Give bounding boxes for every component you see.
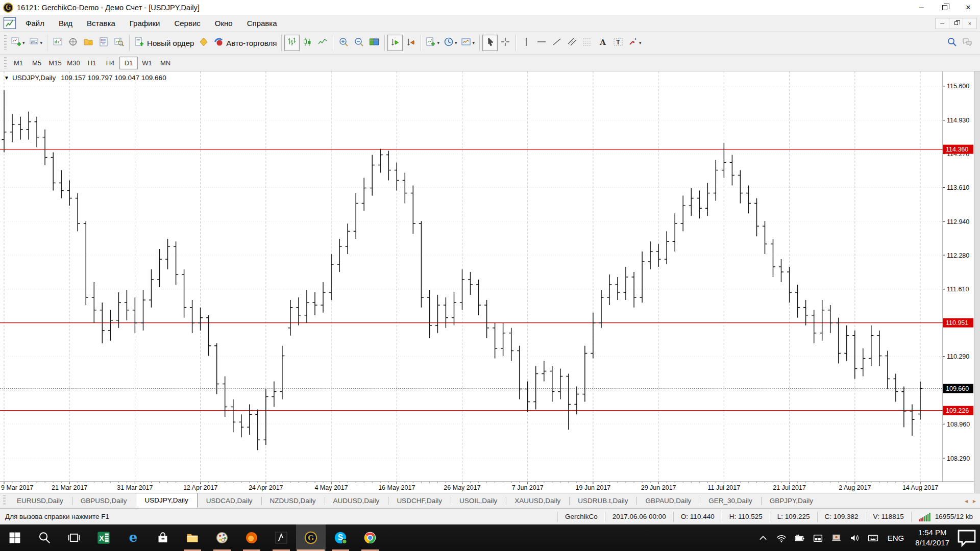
chart-tab-audusd[interactable]: AUDUSD,Daily [325, 494, 388, 508]
candlestick-chart-button[interactable] [300, 35, 315, 51]
taskbar-paint-icon[interactable] [207, 524, 237, 551]
chart-tab-gbpaud[interactable]: GBPAUD,Daily [636, 494, 700, 508]
taskbar-chrome-icon[interactable] [355, 524, 385, 551]
timeframe-m30-button[interactable]: M30 [64, 57, 83, 69]
chart-tab-usdcad[interactable]: USDCAD,Daily [198, 494, 261, 508]
tray-keyboard-icon[interactable] [864, 524, 883, 551]
timeframe-m15-button[interactable]: M15 [46, 57, 64, 69]
horizontal-line-button[interactable] [534, 35, 549, 51]
chevron-down-icon[interactable]: ▾ [455, 40, 457, 45]
timeframe-mn-button[interactable]: MN [156, 57, 175, 69]
taskbar-firefox-icon[interactable] [237, 524, 266, 551]
equidistant-channel-button[interactable] [565, 35, 580, 51]
find-symbol-button[interactable] [944, 35, 960, 51]
restore-button[interactable] [933, 0, 957, 15]
timeframe-m5-button[interactable]: M5 [28, 57, 46, 69]
periods-button[interactable]: ▾ [442, 35, 459, 51]
timeframe-m1-button[interactable]: M1 [9, 57, 28, 69]
chart-tab-nzdusd[interactable]: NZDUSD,Daily [261, 494, 325, 508]
taskbar-video-app-icon[interactable] [266, 524, 296, 551]
menu-item-вставка[interactable]: Вставка [80, 17, 122, 30]
fibonacci-button[interactable] [580, 35, 595, 51]
tray-display-icon[interactable] [809, 524, 827, 551]
cursor-button[interactable] [482, 35, 498, 51]
timeframe-h1-button[interactable]: H1 [83, 57, 101, 69]
taskbar-file-explorer-icon[interactable] [178, 524, 207, 551]
trendline-button[interactable] [549, 35, 565, 51]
vertical-line-button[interactable] [519, 35, 534, 51]
tray-battery-icon[interactable] [791, 524, 809, 551]
terminal-button[interactable] [96, 35, 111, 51]
chart-tab-xauusd[interactable]: XAUUSD,Daily [506, 494, 569, 508]
text-button[interactable]: A [595, 35, 610, 51]
strategy-tester-button[interactable] [111, 35, 127, 51]
taskbar-skype-icon[interactable]: S [326, 524, 355, 551]
tray-laptop-icon[interactable] [827, 524, 846, 551]
line-chart-button[interactable] [315, 35, 330, 51]
profiles-button[interactable]: ▾ [27, 35, 45, 51]
timeframe-d1-button[interactable]: D1 [119, 57, 138, 69]
menu-item-вид[interactable]: Вид [52, 17, 80, 30]
child-minimize-button[interactable]: ─ [935, 18, 949, 29]
autotrading-button[interactable]: Авто-торговля [211, 35, 279, 51]
timeframe-w1-button[interactable]: W1 [138, 57, 156, 69]
tile-windows-button[interactable] [366, 35, 382, 51]
chart-canvas[interactable]: ▼ USDJPY,Daily 109.157 109.797 109.047 1… [0, 71, 974, 493]
taskbar-edge-icon[interactable]: e [118, 524, 148, 551]
metaeditor-button[interactable] [196, 35, 211, 51]
taskbar-gerchikco-icon[interactable]: G [296, 524, 326, 551]
child-close-button[interactable]: × [963, 18, 977, 29]
menu-item-окно[interactable]: Окно [208, 17, 240, 30]
templates-button[interactable]: ▾ [459, 35, 477, 51]
close-button[interactable]: ✕ [957, 0, 980, 15]
menu-item-графики[interactable]: Графики [122, 17, 167, 30]
menu-item-справка[interactable]: Справка [240, 17, 284, 30]
chart-tab-usdjpy[interactable]: USDJPY,Daily [136, 493, 198, 508]
data-window-button[interactable] [65, 35, 81, 51]
symbol-collapse-icon[interactable]: ▼ [4, 75, 9, 81]
chart-tab-gbpusd[interactable]: GBPUSD,Daily [72, 494, 136, 508]
clock[interactable]: 1:54 PM 8/14/2017 [909, 528, 955, 548]
chart-window-icon[interactable] [3, 18, 16, 29]
minimize-button[interactable]: ─ [910, 0, 933, 15]
bar-chart-button[interactable] [284, 35, 300, 51]
chevron-down-icon[interactable]: ▾ [40, 40, 43, 45]
tray-chevron-up-icon[interactable] [754, 524, 772, 551]
child-restore-button[interactable] [949, 18, 963, 29]
market-watch-button[interactable] [50, 35, 65, 51]
action-center-icon[interactable] [955, 524, 978, 551]
chevron-down-icon[interactable]: ▾ [437, 40, 439, 45]
tray-volume-icon[interactable] [846, 524, 864, 551]
new-chart-button[interactable]: ▾ [9, 35, 27, 51]
chart-tab-usdrub.t[interactable]: USDRUB.t,Daily [569, 494, 636, 508]
chart-tab-ger_30[interactable]: GER_30,Daily [700, 494, 761, 508]
chevron-down-icon[interactable]: ▾ [22, 40, 25, 45]
chart-tab-usdchf[interactable]: USDCHF,Daily [388, 494, 451, 508]
tab-scroll-left-icon[interactable]: ◂ [965, 497, 968, 505]
chat-button[interactable] [960, 35, 975, 51]
new-order-button[interactable]: Новый ордер [132, 35, 196, 51]
chart-tab-usoil[interactable]: USOIL,Daily [451, 494, 506, 508]
timeframe-h4-button[interactable]: H4 [101, 57, 119, 69]
chart-shift-button[interactable] [403, 35, 418, 51]
price-chart[interactable]: 9 Mar 201721 Mar 201731 Mar 201712 Apr 2… [0, 71, 974, 493]
taskbar-excel-icon[interactable]: X [89, 524, 118, 551]
chevron-down-icon[interactable]: ▾ [639, 40, 642, 45]
crosshair-button[interactable] [498, 35, 513, 51]
taskbar-store-icon[interactable] [148, 524, 178, 551]
language-indicator[interactable]: ENG [883, 534, 910, 542]
arrows-button[interactable]: ▾ [626, 35, 644, 51]
auto-scroll-button[interactable] [387, 35, 403, 51]
navigator-button[interactable] [81, 35, 96, 51]
menu-item-файл[interactable]: Файл [18, 17, 52, 30]
text-label-button[interactable]: T [610, 35, 626, 51]
tray-wifi-icon[interactable] [772, 524, 791, 551]
tab-scroll-right-icon[interactable]: ▸ [973, 497, 976, 505]
chart-tab-gbpjpy[interactable]: GBPJPY,Daily [761, 494, 822, 508]
taskbar-start-icon[interactable] [0, 524, 30, 551]
taskbar-task-view-icon[interactable] [59, 524, 89, 551]
taskbar-search-icon[interactable] [30, 524, 59, 551]
zoom-in-button[interactable] [336, 35, 351, 51]
chart-tab-eurusd[interactable]: EURUSD,Daily [8, 494, 72, 508]
indicators-button[interactable]: ▾ [424, 35, 442, 51]
